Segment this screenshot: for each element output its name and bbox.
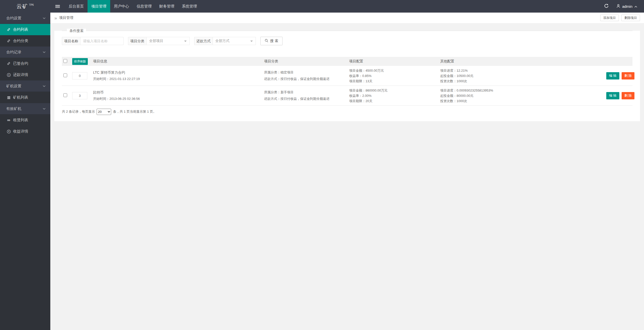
chevron-up-icon [634,4,637,9]
pagination: 共 2 条记录，每页显示 20 条，共 1 页当前显示第 1 页。 [62,106,632,118]
nav-tab-info[interactable]: 信息管理 [133,0,155,13]
sidebar-item-contract-category[interactable]: 合约分类 [0,35,50,47]
edit-button[interactable]: 编 辑 [606,92,619,99]
sidebar-item-repayment-details[interactable]: $ 还款详情 [0,69,50,80]
repay-method-filter: 还款方式 全部方式 [194,37,256,45]
sidebar-item-label: 收益详情 [13,129,28,134]
sidebar-item-contract-list[interactable]: 合约列表 [0,24,50,35]
svg-text:$: $ [8,74,10,76]
repay-method-select[interactable]: 全部方式 [213,37,256,45]
project-invest-times: 投资次数：1000次 [440,98,523,104]
sidebar-item-label: 合约分类 [13,38,28,43]
refresh-icon [604,4,609,9]
column-header-other-config: 其他配置 [440,59,523,64]
search-form: 项目名称 项目分类 全部项目 还款方式 全部方式 搜 索 [62,31,632,45]
project-category: 所属分类：新手项目 [264,89,349,96]
sort-refresh-button[interactable]: 排序刷新 [72,58,88,65]
nav-tab-users[interactable]: 用户中心 [110,0,133,13]
sidebar-group-label: 合约设置 [6,16,21,21]
row-checkbox[interactable] [63,73,67,77]
sidebar-item-label: 矿机列表 [13,95,28,100]
column-header-project-category: 项目分类 [264,59,349,64]
row-checkbox[interactable] [63,93,67,97]
project-name-input[interactable] [80,37,124,45]
project-progress: 项目进度：12.21% [440,68,523,73]
project-category-label: 项目分类 [128,37,147,45]
project-repay-method: 还款方式：按日付收益，保证金到期全额返还 [264,76,349,82]
brand-logo[interactable]: 云矿TP6 [0,0,50,13]
pagination-prefix: 共 2 条记录，每页显示 [62,109,95,114]
search-button[interactable]: 搜 索 [260,37,283,45]
project-name: LTC 莱特币算力合约 [93,69,264,76]
sidebar-group-contract-settings[interactable]: 合约设置 [0,13,50,24]
column-header-project-info: 项目信息 [93,59,264,64]
breadcrumb-bar: » 项目管理 添加项目 删除项目 [50,13,644,23]
project-amount: 项目金额：4500.00万元 [349,68,440,73]
nav-tab-home[interactable]: 后台首页 [65,0,88,13]
brand-logo-text: 云矿 [17,3,28,10]
refresh-button[interactable] [599,0,614,13]
project-start-time: 开始时间：2021-01-13 22:27:19 [93,76,264,82]
repay-method-value: 全部方式 [215,39,229,43]
add-project-button[interactable]: 添加项目 [600,15,619,21]
sidebar-group-active-miners[interactable]: 有效矿机 [0,103,50,114]
content-card: 条件搜索 项目名称 项目分类 全部项目 还款方式 全部方式 [54,31,640,121]
project-min-invest: 起投金额：80000.00元 [440,93,523,98]
sidebar-item-miner-list[interactable]: 矿机列表 [0,92,50,103]
page-actions: 添加项目 删除项目 [600,15,640,21]
select-all-checkbox[interactable] [63,59,67,63]
nav-tab-system[interactable]: 系统管理 [178,0,201,13]
nav-tab-projects[interactable]: 项目管理 [88,0,110,13]
project-min-invest: 起投金额：10500.00元 [440,73,523,78]
sidebar: 合约设置 合约列表 合约分类 合约记录 已签合约 $ 还款详情 矿机设置 矿机列… [0,13,50,330]
sidebar-item-label: 已签合约 [13,61,28,66]
search-button-label: 搜 索 [270,39,278,43]
pagination-suffix: 条，共 1 页当前显示第 1 页。 [113,109,156,114]
user-icon [616,4,620,9]
table-header: 排序刷新 项目信息 项目分类 项目配置 其他配置 [62,57,632,66]
sidebar-group-miner-settings[interactable]: 矿机设置 [0,80,50,92]
page-size-select[interactable]: 20 [97,109,111,115]
sidebar-item-label: 还款详情 [13,72,28,77]
chevron-down-icon [43,51,46,53]
top-nav: 后台首页 项目管理 用户中心 信息管理 财务管理 系统管理 [65,0,201,13]
chevron-down-icon [184,40,187,42]
project-start-time: 开始时间：2013-06-25 02:36:56 [93,96,264,102]
project-term: 项目期限：20天 [349,98,440,104]
project-rate: 收益率：2.00% [349,93,440,98]
main-content: » 项目管理 添加项目 删除项目 条件搜索 项目名称 项目分类 全部项目 [50,13,644,330]
project-category-select[interactable]: 全部项目 [146,37,190,45]
sort-order-input[interactable] [72,92,87,99]
sidebar-group-contract-records[interactable]: 合约记录 [0,47,50,58]
sort-order-input[interactable] [72,72,87,79]
breadcrumb-icon: » [54,16,57,20]
username: admin [622,4,632,9]
delete-project-button[interactable]: 删除项目 [621,15,640,21]
sidebar-item-income-details[interactable]: ¥ 收益详情 [0,126,50,137]
search-icon [265,39,268,43]
delete-button[interactable]: 删 除 [622,92,635,99]
infinity-icon: ∞ [7,118,11,122]
hamburger-icon [55,4,60,8]
project-rate: 收益率：0.85% [349,73,440,78]
menu-toggle-button[interactable] [50,0,65,13]
chevron-down-icon [43,17,46,19]
nav-tab-finance[interactable]: 财务管理 [155,0,178,13]
table-row: 比特币 开始时间：2013-06-25 02:36:56 所属分类：新手项目 还… [62,86,632,106]
sidebar-item-signed-contracts[interactable]: 已签合约 [0,58,50,69]
edit-button[interactable]: 编 辑 [606,72,619,79]
sidebar-item-lease-list[interactable]: ∞ 租赁列表 [0,114,50,126]
column-header-project-config: 项目配置 [349,59,440,64]
brand-logo-sup: TP6 [29,4,34,6]
search-legend: 条件搜索 [67,29,86,33]
breadcrumb: 项目管理 [59,16,73,20]
project-category-value: 全部项目 [149,39,163,43]
link-icon [7,39,11,43]
chevron-down-icon [43,85,46,87]
chevron-down-icon [43,108,46,110]
sidebar-item-label: 合约列表 [13,27,28,32]
sidebar-group-label: 矿机设置 [6,84,21,89]
project-term: 项目期限：13天 [349,78,440,84]
delete-button[interactable]: 删 除 [622,72,635,79]
user-menu[interactable]: admin [614,0,644,13]
